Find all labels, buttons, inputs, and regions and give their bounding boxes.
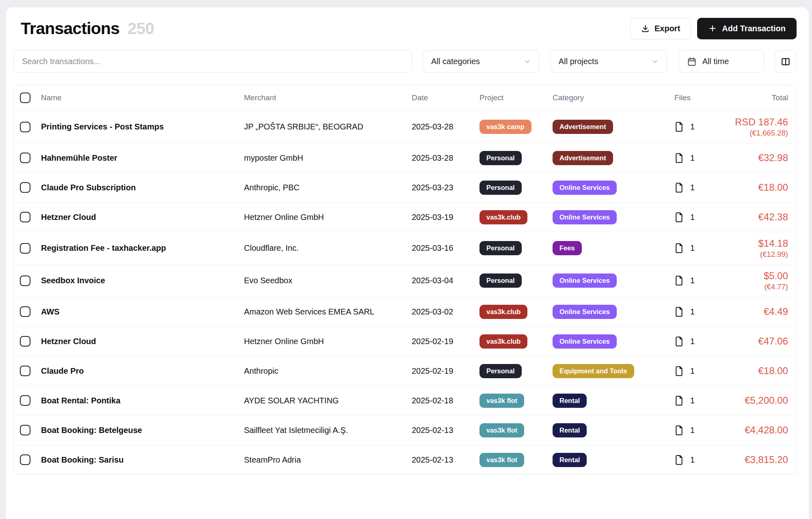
transaction-date: 2025-03-16 <box>412 243 479 253</box>
project-badge: vas3k flot <box>479 394 524 408</box>
table-row[interactable]: Claude Pro Subscription Anthropic, PBC 2… <box>14 172 796 202</box>
row-checkbox[interactable] <box>20 366 30 376</box>
add-transaction-label: Add Transaction <box>722 24 786 33</box>
files-count: 1 <box>690 243 695 253</box>
select-all-checkbox[interactable] <box>20 93 30 103</box>
table-row[interactable]: Boat Rental: Pontika AYDE SOLAR YACHTING… <box>14 385 796 415</box>
transaction-total: €32.98 <box>732 152 788 164</box>
transaction-merchant: Amazon Web Services EMEA SARL <box>244 307 412 317</box>
total-amount: €42.38 <box>732 211 788 223</box>
row-checkbox[interactable] <box>20 153 30 163</box>
table-row[interactable]: Hetzner Cloud Hetzner Online GmbH 2025-0… <box>14 202 796 232</box>
project-badge: vas3k flot <box>479 453 524 467</box>
transactions-table: Name Merchant Date Project Category File… <box>13 85 797 475</box>
transaction-name: Printing Services - Post Stamps <box>41 122 244 131</box>
category-badge: Rental <box>553 394 587 408</box>
transaction-name: Boat Rental: Pontika <box>41 396 244 405</box>
transaction-merchant: Sailfleet Yat Isletmeciligi A.Ş. <box>244 426 412 435</box>
total-amount: €47.06 <box>732 335 788 347</box>
table-row[interactable]: Boat Booking: Sarisu SteamPro Adria 2025… <box>14 445 796 474</box>
project-badge: Personal <box>479 273 522 288</box>
transaction-date: 2025-02-13 <box>412 426 479 435</box>
transaction-name: Claude Pro Subscription <box>41 183 244 192</box>
table-row[interactable]: Hetzner Cloud Hetzner Online GmbH 2025-0… <box>14 326 796 356</box>
transaction-name: Hahnemühle Poster <box>41 153 244 163</box>
column-header-date: Date <box>412 93 479 102</box>
projects-filter-select[interactable]: All projects <box>550 50 667 73</box>
transaction-merchant: SteamPro Adria <box>244 455 412 465</box>
table-row[interactable]: Boat Booking: Betelgeuse Sailfleet Yat I… <box>14 415 796 445</box>
transaction-merchant: Anthropic <box>244 366 412 376</box>
table-row[interactable]: AWS Amazon Web Services EMEA SARL 2025-0… <box>14 297 796 326</box>
transaction-merchant: Anthropic, PBC <box>244 183 412 192</box>
total-amount: $5.00 <box>732 270 788 282</box>
total-amount: €4,428.00 <box>732 424 788 436</box>
row-checkbox[interactable] <box>20 454 30 465</box>
transaction-name: Claude Pro <box>41 366 244 376</box>
chevron-down-icon <box>651 58 659 65</box>
table-row[interactable]: Seedbox Invoice Evo Seedbox 2025-03-04 P… <box>14 264 796 297</box>
row-checkbox[interactable] <box>20 182 30 193</box>
category-badge: Online Services <box>553 210 617 224</box>
row-checkbox[interactable] <box>20 122 30 132</box>
category-badge: Advertisement <box>553 151 613 165</box>
files-count: 1 <box>690 183 695 192</box>
project-badge: Personal <box>479 241 522 255</box>
total-amount: €3,815.20 <box>732 454 788 466</box>
category-badge: Online Services <box>553 181 617 195</box>
filter-bar: All categories All projects All time <box>13 50 797 73</box>
total-amount: €18.00 <box>732 365 788 377</box>
file-icon <box>674 395 684 406</box>
category-badge: Online Services <box>553 273 617 288</box>
category-badge: Rental <box>553 453 587 467</box>
table-row[interactable]: Hahnemühle Poster myposter GmbH 2025-03-… <box>14 143 796 172</box>
transaction-date: 2025-03-19 <box>412 213 479 222</box>
table-row[interactable]: Registration Fee - taxhacker.app Cloudfl… <box>14 232 796 264</box>
transaction-merchant: myposter GmbH <box>244 153 412 163</box>
column-header-total: Total <box>732 93 788 102</box>
transaction-total: €3,815.20 <box>732 454 788 466</box>
total-converted-amount: (€4.77) <box>732 282 788 291</box>
transaction-merchant: JP „POŠTA SRBIJE“, BEOGRAD <box>244 122 412 131</box>
row-checkbox[interactable] <box>20 306 30 317</box>
transaction-name: Boat Booking: Sarisu <box>41 455 244 465</box>
transaction-date: 2025-02-13 <box>412 455 479 465</box>
title-bar: Transactions 250 Export Add Transaction <box>13 17 797 40</box>
add-transaction-button[interactable]: Add Transaction <box>697 18 797 39</box>
row-checkbox[interactable] <box>20 276 30 286</box>
column-header-merchant: Merchant <box>244 93 412 102</box>
export-button[interactable]: Export <box>630 18 691 39</box>
toggle-columns-button[interactable] <box>775 50 797 73</box>
categories-filter-select[interactable]: All categories <box>423 50 540 73</box>
transaction-name: Seedbox Invoice <box>41 276 244 285</box>
date-range-filter[interactable]: All time <box>678 50 764 73</box>
row-checkbox[interactable] <box>20 336 30 347</box>
row-checkbox[interactable] <box>20 425 30 435</box>
file-icon <box>674 182 684 193</box>
transactions-count: 250 <box>127 19 154 38</box>
transaction-total: €4,428.00 <box>732 424 788 436</box>
search-input[interactable] <box>22 57 404 66</box>
total-amount: $14.18 <box>732 237 788 250</box>
file-icon <box>674 121 684 132</box>
download-icon <box>641 24 650 33</box>
files-count: 1 <box>690 307 695 317</box>
total-amount: €18.00 <box>732 181 788 194</box>
table-row[interactable]: Claude Pro Anthropic 2025-02-19 Personal… <box>14 356 796 385</box>
transaction-date: 2025-03-23 <box>412 183 479 192</box>
projects-filter-value: All projects <box>559 57 598 66</box>
transaction-merchant: Hetzner Online GmbH <box>244 213 412 222</box>
transaction-date: 2025-03-28 <box>412 122 479 131</box>
row-checkbox[interactable] <box>20 212 30 222</box>
project-badge: vas3k.club <box>479 305 527 319</box>
transaction-merchant: Hetzner Online GmbH <box>244 337 412 346</box>
row-checkbox[interactable] <box>20 243 30 254</box>
transaction-date: 2025-03-28 <box>412 153 479 163</box>
columns-layout-icon <box>780 56 791 67</box>
transaction-total: €4.49 <box>732 306 788 318</box>
row-checkbox[interactable] <box>20 395 30 406</box>
project-badge: vas3k flot <box>479 423 524 437</box>
transaction-total: RSD 187.46 (€1,665.28) <box>732 116 788 138</box>
files-count: 1 <box>690 455 695 465</box>
table-row[interactable]: Printing Services - Post Stamps JP „POŠT… <box>14 111 796 143</box>
